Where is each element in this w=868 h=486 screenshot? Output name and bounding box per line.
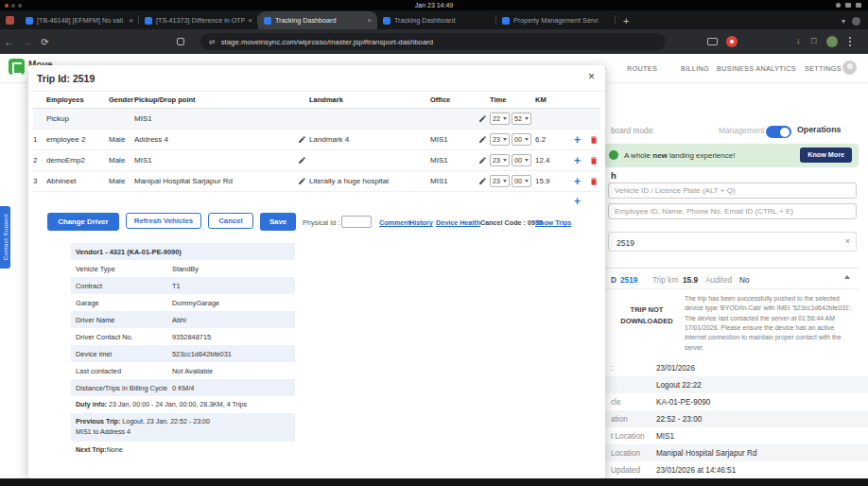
download-icon[interactable]: ↓	[796, 37, 801, 45]
show-trips-link[interactable]: Show Trips	[535, 218, 571, 227]
trip-stops-table: Employees Gender Pickup/Drop point Landm…	[33, 92, 600, 211]
moveinsync-logo-icon[interactable]	[9, 59, 25, 75]
physical-id-input[interactable]	[341, 216, 372, 228]
edit-pencil-icon[interactable]	[295, 177, 309, 185]
nav-settings[interactable]: SETTINGS	[805, 64, 842, 73]
add-stop-icon[interactable]: +	[569, 175, 585, 188]
notification-icon[interactable]	[836, 3, 841, 8]
trip-summary-row[interactable]: D 2519 Trip km 15.9 Audited No	[605, 268, 859, 289]
know-more-button[interactable]: Know More	[800, 148, 852, 163]
detail-row: Device imei523cc1d642bfe031	[71, 345, 295, 362]
trip-search-chip[interactable]: 2519 ×	[608, 232, 857, 252]
bookmark-icon[interactable]	[177, 38, 184, 45]
detail-row: Driver NameAbhi	[71, 311, 295, 328]
edit-pencil-icon[interactable]	[475, 135, 490, 144]
edit-pencil-icon[interactable]	[475, 156, 490, 165]
tab-search-caret-icon[interactable]: ▾	[842, 17, 845, 26]
mode-toggle[interactable]	[766, 126, 791, 138]
tab-strip-profile-icon[interactable]	[852, 17, 860, 26]
window-dot-icon[interactable]	[5, 4, 9, 8]
battery-icon[interactable]	[856, 3, 861, 8]
edit-pencil-icon[interactable]	[295, 156, 309, 165]
hour-select[interactable]: 22	[490, 113, 510, 125]
save-button[interactable]: Save	[260, 213, 296, 231]
chip-clear-icon[interactable]: ×	[845, 236, 850, 246]
detail-row: Driver Contact No.9352848715	[71, 328, 295, 345]
trip-status-message: The trip has been successfully pushed to…	[685, 294, 855, 353]
tab-favicon-icon	[145, 17, 152, 25]
contact-support-tab[interactable]: Contact Support	[0, 206, 10, 269]
refresh-vehicles-button[interactable]: Refresh Vehicles	[126, 213, 201, 229]
minute-select[interactable]: 00	[512, 154, 531, 166]
window-icon[interactable]: □	[811, 37, 816, 45]
collapse-caret-icon[interactable]	[844, 275, 850, 279]
window-dot-icon[interactable]	[11, 4, 15, 8]
info-row: :23/01/2026	[605, 359, 868, 376]
pickup-row: Pickup MIS1 22 52	[33, 109, 600, 130]
management-label[interactable]: Management	[719, 126, 764, 135]
minute-select[interactable]: 00	[512, 133, 531, 146]
window-dot-icon[interactable]	[18, 4, 22, 8]
delete-trash-icon[interactable]	[585, 177, 602, 186]
add-stop-icon[interactable]: +	[569, 154, 585, 167]
comment-link[interactable]: Comment	[379, 218, 410, 227]
nav-billing[interactable]: BILLING	[681, 64, 709, 73]
forward-icon[interactable]: →	[18, 37, 36, 47]
url-bar[interactable]: ⇄ stage.moveinsync.com/wiprosso/master.j…	[200, 33, 666, 50]
edit-pencil-icon[interactable]	[475, 114, 490, 123]
hour-select[interactable]: 23	[490, 154, 510, 166]
browser-toolbar: ← → ⟳ ⇄ stage.moveinsync.com/wiprosso/ma…	[0, 29, 868, 54]
tab-tracking-dashboard[interactable]: Tracking Dashboard	[377, 11, 496, 29]
browser-avatar[interactable]	[826, 36, 838, 47]
vehicle-search-input[interactable]	[608, 182, 857, 199]
cancel-button[interactable]: Cancel	[208, 213, 253, 229]
delete-trash-icon[interactable]	[585, 135, 602, 145]
history-link[interactable]: History	[409, 218, 433, 227]
hour-select[interactable]: 23	[490, 175, 510, 187]
cast-icon[interactable]	[707, 38, 718, 45]
tab-close-icon[interactable]: ×	[367, 16, 372, 25]
edit-pencil-icon[interactable]	[295, 135, 309, 144]
network-icon[interactable]	[845, 3, 851, 8]
next-trip-row: Next Trip:None	[71, 442, 295, 459]
user-avatar[interactable]	[842, 61, 857, 75]
profile-badge-icon[interactable]	[726, 36, 738, 47]
employee-row: 3 Abhineet Male Manipal Hospital Sarjapu…	[33, 171, 600, 192]
minute-select[interactable]: 52	[512, 113, 531, 125]
site-info-icon[interactable]: ⇄	[209, 38, 216, 46]
add-employee-icon[interactable]: +	[569, 195, 585, 208]
tab-ts-41373[interactable]: [TS-41373] Difference in OTP ×	[139, 11, 258, 29]
vehicle-details-table: Vendor1 - 4321 (KA-01-PE-9090) Vehicle T…	[71, 243, 295, 459]
minute-select[interactable]: 00	[512, 175, 531, 187]
window-controls[interactable]	[5, 4, 22, 8]
tab-title: Tracking Dashboard	[275, 16, 364, 25]
previous-trip-row: Previous Trip: Logout, 23 Jan, 22:52 - 2…	[71, 413, 295, 442]
add-stop-icon[interactable]: +	[569, 133, 585, 147]
tab-close-icon[interactable]: ×	[129, 16, 133, 25]
nav-business-analytics[interactable]: BUSINESS ANALYTICS	[717, 64, 796, 73]
tab-property-management[interactable]: Property Management Servi	[496, 11, 616, 29]
change-driver-button[interactable]: Change Driver	[47, 213, 119, 231]
new-tab-button[interactable]: +	[623, 15, 629, 26]
tab-favicon-icon	[264, 17, 271, 25]
operations-label[interactable]: Operations	[797, 125, 841, 134]
trip-id-value[interactable]: 2519	[620, 275, 637, 285]
employee-search-input[interactable]	[608, 203, 857, 219]
dashboard-mode-label: board mode:	[611, 126, 655, 135]
duty-info-row: Duty info: 23 Jan, 00:00 - 24 Jan, 00:00…	[71, 396, 295, 413]
tab-tb-46148[interactable]: [TB-46148] [EFMFM] No vali ×	[20, 11, 139, 29]
tab-favicon-icon	[26, 17, 33, 25]
add-employee-row: +	[33, 192, 600, 211]
reload-icon[interactable]: ⟳	[36, 37, 54, 47]
nav-routes[interactable]: ROUTES	[627, 64, 657, 73]
edit-pencil-icon[interactable]	[475, 177, 490, 185]
hour-select[interactable]: 23	[490, 133, 510, 146]
close-icon[interactable]: ×	[588, 70, 595, 83]
tab-close-icon[interactable]: ×	[248, 16, 252, 25]
tab-tracking-dashboard-active[interactable]: Tracking Dashboard ×	[258, 11, 377, 29]
device-health-link[interactable]: Device Health	[436, 218, 480, 227]
menu-icon[interactable]	[849, 37, 851, 46]
delete-trash-icon[interactable]	[585, 156, 602, 165]
back-icon[interactable]: ←	[0, 37, 18, 47]
workspace-icon[interactable]	[6, 16, 14, 25]
